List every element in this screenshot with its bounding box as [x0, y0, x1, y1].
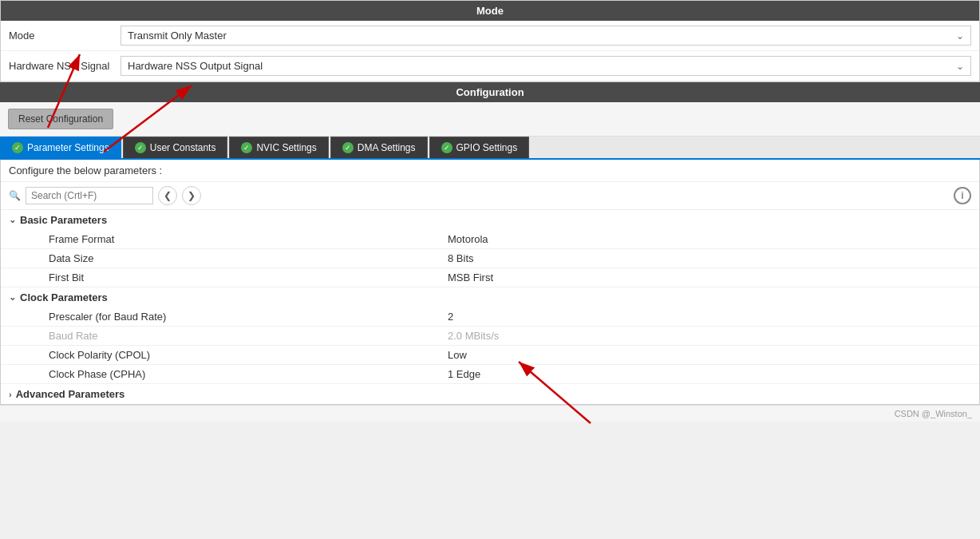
prev-nav-button[interactable]: ❮: [158, 186, 177, 205]
info-icon[interactable]: i: [954, 187, 971, 204]
basic-parameters-header[interactable]: ⌄ Basic Parameters: [1, 210, 979, 230]
param-value-cpha: 1 Edge: [448, 368, 480, 380]
footer-text: CSDN @_Winston_: [895, 409, 972, 418]
tab-user-constants-label: User Constants: [150, 142, 216, 153]
param-value-data-size: 8 Bits: [448, 252, 474, 264]
clock-params-collapse-icon: ⌄: [9, 292, 16, 303]
param-row-first-bit: First Bit MSB First: [1, 268, 979, 287]
hardware-nss-select[interactable]: Hardware NSS Output Signal ⌄: [121, 56, 971, 76]
param-name-data-size: Data Size: [49, 252, 448, 264]
tab-nvic-settings[interactable]: ✓ NVIC Settings: [229, 137, 328, 158]
param-name-prescaler: Prescaler (for Baud Rate): [49, 311, 448, 323]
search-row: 🔍 ❮ ❯ i: [1, 182, 979, 210]
mode-section-header: Mode: [1, 1, 979, 21]
tab-gpio-check-icon: ✓: [441, 142, 452, 153]
clock-parameters-label: Clock Parameters: [20, 291, 108, 303]
config-section-header: Configuration: [0, 82, 980, 102]
tab-user-constants-check-icon: ✓: [135, 142, 146, 153]
hardware-nss-label: Hardware NSS Signal: [9, 60, 121, 72]
param-name-first-bit: First Bit: [49, 271, 448, 283]
advanced-parameters-label: Advanced Parameters: [16, 388, 125, 400]
param-name-frame-format: Frame Format: [49, 233, 448, 245]
mode-select-value: Transmit Only Master: [128, 30, 227, 42]
param-row-prescaler: Prescaler (for Baud Rate) 2: [1, 307, 979, 327]
tab-nvic-settings-label: NVIC Settings: [256, 142, 316, 153]
tab-gpio-settings-label: GPIO Settings: [456, 142, 518, 153]
tab-parameter-settings[interactable]: ✓ Parameter Settings: [0, 137, 121, 158]
tab-dma-settings-label: DMA Settings: [358, 142, 416, 153]
param-row-cpol: Clock Polarity (CPOL) Low: [1, 346, 979, 365]
advanced-params-collapse-icon: ›: [9, 390, 12, 399]
basic-parameters-label: Basic Parameters: [20, 214, 107, 226]
mode-select[interactable]: Transmit Only Master ⌄: [121, 26, 971, 46]
tab-dma-check-icon: ✓: [342, 142, 354, 153]
advanced-parameters-header[interactable]: › Advanced Parameters: [1, 384, 979, 404]
tab-parameter-settings-label: Parameter Settings: [27, 142, 109, 153]
param-value-frame-format: Motorola: [448, 233, 488, 245]
next-nav-button[interactable]: ❯: [182, 186, 201, 205]
search-icon: 🔍: [9, 190, 21, 201]
param-name-cpha: Clock Phase (CPHA): [49, 368, 448, 380]
mode-label: Mode: [9, 30, 121, 42]
param-value-baud-rate: 2.0 MBits/s: [448, 330, 499, 342]
hardware-nss-select-value: Hardware NSS Output Signal: [128, 60, 263, 72]
basic-params-collapse-icon: ⌄: [9, 215, 16, 225]
mode-dropdown-arrow-icon: ⌄: [956, 30, 964, 42]
configure-text: Configure the below parameters :: [1, 160, 979, 182]
mode-row-mode: Mode Transmit Only Master ⌄: [1, 21, 979, 51]
footer: CSDN @_Winston_: [0, 405, 980, 422]
tab-check-icon: ✓: [12, 142, 23, 153]
param-name-cpol: Clock Polarity (CPOL): [49, 349, 448, 361]
search-input[interactable]: [26, 187, 153, 204]
param-row-data-size: Data Size 8 Bits: [1, 249, 979, 268]
param-value-cpol: Low: [448, 349, 467, 361]
reset-configuration-button[interactable]: Reset Configuration: [8, 109, 113, 129]
tab-dma-settings[interactable]: ✓ DMA Settings: [330, 137, 428, 158]
tab-user-constants[interactable]: ✓ User Constants: [123, 137, 228, 158]
param-row-cpha: Clock Phase (CPHA) 1 Edge: [1, 365, 979, 384]
clock-parameters-header[interactable]: ⌄ Clock Parameters: [1, 287, 979, 307]
tabs-row: ✓ Parameter Settings ✓ User Constants ✓ …: [0, 137, 980, 160]
tab-gpio-settings[interactable]: ✓ GPIO Settings: [429, 137, 530, 158]
param-row-baud-rate: Baud Rate 2.0 MBits/s: [1, 327, 979, 346]
hardware-nss-dropdown-arrow-icon: ⌄: [956, 61, 964, 72]
param-value-prescaler: 2: [448, 311, 453, 323]
param-value-first-bit: MSB First: [448, 271, 493, 283]
tab-nvic-check-icon: ✓: [241, 142, 252, 153]
param-row-frame-format: Frame Format Motorola: [1, 230, 979, 249]
mode-row-hardware-nss: Hardware NSS Signal Hardware NSS Output …: [1, 51, 979, 81]
param-name-baud-rate: Baud Rate: [49, 330, 448, 342]
